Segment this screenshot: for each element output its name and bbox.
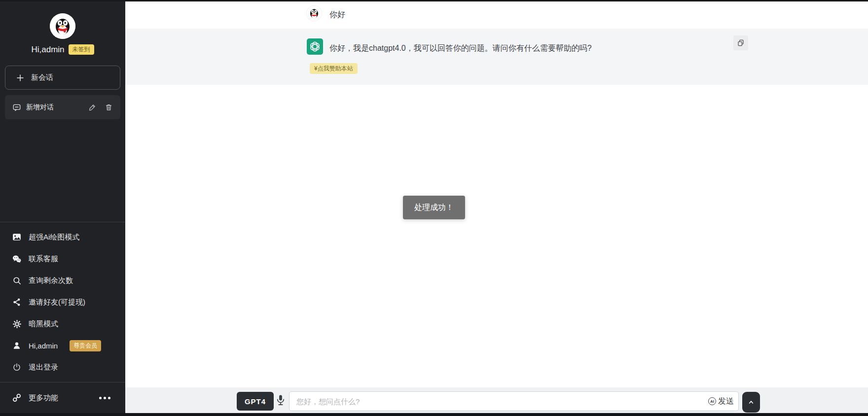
message-input-wrap: AI 发送 <box>289 391 739 411</box>
sponsor-link-badge[interactable]: ¥点我赞助本站 <box>310 63 358 74</box>
conversation-title: 新增对话 <box>26 103 83 112</box>
sidebar-menu: 超强Ai绘图模式 联系客服 查询剩余次数 邀请好友(可提现) 暗黑模式 <box>0 222 125 378</box>
sidebar-item-contact-support[interactable]: 联系客服 <box>0 248 125 270</box>
sidebar-item-label: 退出登录 <box>29 363 58 372</box>
edit-icon[interactable] <box>87 103 97 112</box>
plus-icon <box>15 73 25 83</box>
sidebar-item-check-remaining[interactable]: 查询剩余次数 <box>0 270 125 291</box>
sidebar-item-label: 暗黑模式 <box>29 319 58 329</box>
scroll-to-top-button[interactable] <box>742 392 760 413</box>
user-avatar <box>307 6 322 21</box>
sidebar-item-account[interactable]: Hi,admin 尊贵会员 <box>0 335 125 356</box>
vip-member-badge: 尊贵会员 <box>70 340 101 351</box>
ellipsis-icon[interactable] <box>99 397 110 399</box>
signin-status-badge[interactable]: 未签到 <box>69 44 94 55</box>
sidebar-item-ai-drawing[interactable]: 超强Ai绘图模式 <box>0 226 125 248</box>
sidebar-item-invite-friends[interactable]: 邀请好友(可提现) <box>0 291 125 313</box>
microphone-icon <box>276 394 286 407</box>
new-chat-label: 新会话 <box>31 73 53 82</box>
message-input[interactable] <box>289 391 739 411</box>
trash-icon[interactable] <box>104 103 113 112</box>
link-icon <box>12 393 22 403</box>
assistant-message-text: 你好，我是chatgpt4.0，我可以回答你的问题。请问你有什么需要帮助的吗? <box>329 42 592 54</box>
sidebar-item-label: 联系客服 <box>29 254 58 264</box>
user-message-row: 你好 <box>125 1 868 29</box>
microphone-button[interactable] <box>274 393 288 408</box>
power-icon <box>12 362 22 372</box>
conversation-list-item[interactable]: 新增对话 <box>5 95 120 119</box>
sidebar-item-logout[interactable]: 退出登录 <box>0 356 125 378</box>
chat-bubble-icon <box>12 103 22 112</box>
more-features-label: 更多功能 <box>29 393 58 403</box>
copy-message-button[interactable] <box>733 35 748 50</box>
sidebar-item-label: 邀请好友(可提现) <box>29 298 85 307</box>
profile-section: Hi,admin 未签到 <box>0 13 125 55</box>
more-features-section[interactable]: 更多功能 <box>0 382 125 413</box>
model-selector-button[interactable]: GPT4 <box>237 392 274 411</box>
sidebar: Hi,admin 未签到 新会话 新增对话 <box>0 0 125 416</box>
user-message-text: 你好 <box>329 9 345 20</box>
search-icon <box>12 276 22 285</box>
user-icon <box>12 341 22 350</box>
copy-icon <box>737 39 745 47</box>
toast-message: 处理成功！ <box>403 196 465 219</box>
gear-icon <box>12 319 22 329</box>
profile-username: Hi,admin <box>31 45 64 55</box>
sidebar-item-label: Hi,admin <box>29 342 58 350</box>
sidebar-item-label: 超强Ai绘图模式 <box>29 233 79 242</box>
window-top-edge <box>0 0 868 1</box>
send-button-label: 发送 <box>718 396 734 407</box>
qq-penguin-avatar[interactable] <box>50 13 75 39</box>
window-bottom-edge <box>0 413 868 416</box>
image-icon <box>12 232 22 242</box>
qq-penguin-icon <box>50 13 75 39</box>
wechat-icon <box>12 254 22 264</box>
send-button[interactable]: AI 发送 <box>708 394 734 408</box>
chevron-up-icon <box>747 398 755 406</box>
share-icon <box>12 297 22 307</box>
assistant-message-row: 你好，我是chatgpt4.0，我可以回答你的问题。请问你有什么需要帮助的吗? … <box>125 29 868 85</box>
ai-circle-icon: AI <box>708 397 716 405</box>
sidebar-item-label: 查询剩余次数 <box>29 276 73 285</box>
chat-area: 你好 你好，我是chatgpt4.0，我可以回答你的问题。请问你有什么需要帮助的… <box>125 0 868 416</box>
sidebar-item-dark-mode[interactable]: 暗黑模式 <box>0 313 125 335</box>
new-chat-button[interactable]: 新会话 <box>5 66 120 90</box>
composer-bar: GPT4 AI 发送 <box>125 387 868 413</box>
chatgpt-logo-icon <box>307 38 323 55</box>
